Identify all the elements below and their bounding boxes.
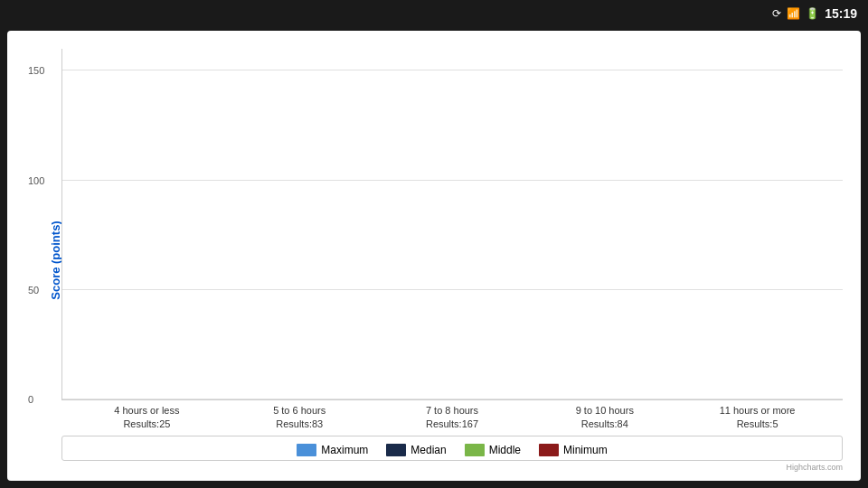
y-tick-label: 0 (28, 394, 33, 405)
legend-label: Middle (489, 444, 521, 456)
legend-color (297, 444, 316, 456)
x-label: 9 to 10 hoursResults:84 (528, 404, 681, 430)
legend-color (465, 444, 485, 456)
status-time: 15:19 (825, 6, 857, 21)
grid-line (62, 180, 843, 181)
y-tick-label: 100 (28, 175, 44, 186)
x-label: 11 hours or moreResults:5 (681, 404, 834, 430)
y-axis-label: Score (points) (49, 221, 62, 299)
x-label: 4 hours or lessResults:25 (71, 404, 223, 430)
rotate-icon: ⟳ (772, 7, 781, 20)
legend-item-median: Median (386, 444, 446, 456)
battery-icon: 🔋 (806, 7, 819, 20)
bars-container (62, 49, 843, 399)
status-bar: ⟳ 📶 🔋 15:19 (0, 0, 868, 27)
legend-item-minimum: Minimum (539, 444, 608, 456)
plot-area: 050100150 (61, 49, 843, 400)
legend-label: Minimum (563, 444, 608, 456)
grid-line (62, 70, 843, 70)
legend-item-maximum: Maximum (297, 444, 368, 456)
legend: MaximumMedianMiddleMinimum (61, 436, 843, 461)
grid-line (62, 399, 843, 399)
x-label: 7 to 8 hoursResults:167 (376, 404, 529, 430)
legend-label: Maximum (321, 444, 368, 456)
signal-icon: 📶 (787, 7, 800, 20)
x-label: 5 to 6 hoursResults:83 (223, 404, 376, 430)
chart-container: Score (points) 050100150 4 hours or less… (7, 31, 861, 481)
legend-label: Median (410, 444, 446, 456)
watermark: Highcharts.com (61, 463, 843, 472)
y-tick-label: 150 (28, 65, 44, 76)
status-icons: ⟳ 📶 🔋 15:19 (772, 6, 857, 21)
chart-area: Score (points) 050100150 4 hours or less… (61, 49, 843, 472)
legend-color (539, 444, 559, 456)
legend-color (386, 444, 406, 456)
y-tick-label: 50 (28, 285, 39, 296)
legend-item-middle: Middle (465, 444, 521, 456)
grid-line (62, 289, 843, 290)
x-labels: 4 hours or lessResults:255 to 6 hoursRes… (61, 400, 843, 430)
